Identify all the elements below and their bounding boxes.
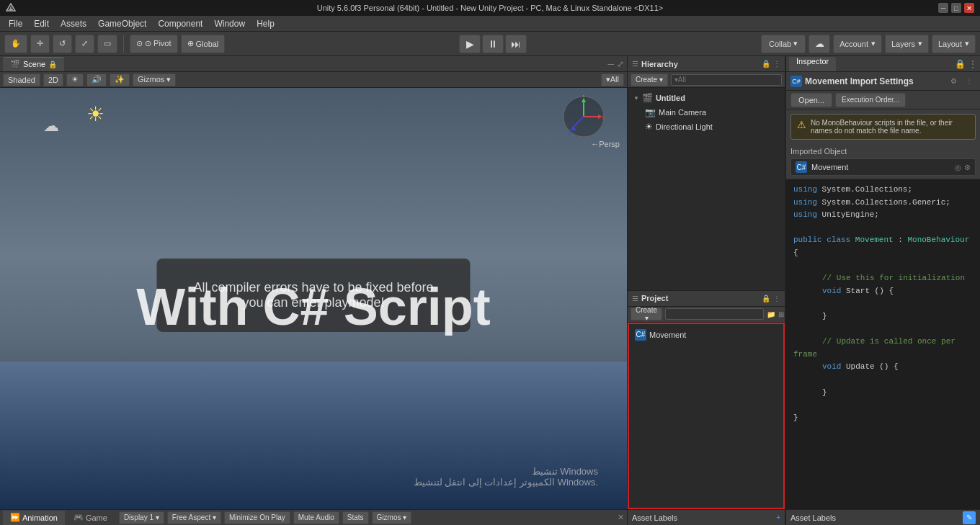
tab-scene[interactable]: 🎬 Scene 🔒	[3, 57, 64, 71]
hand-tool-button[interactable]: ✋	[4, 35, 27, 53]
menu-assets[interactable]: Assets	[55, 17, 92, 30]
minimize-button[interactable]: ─	[938, 3, 948, 13]
stats-button[interactable]: Stats	[342, 511, 369, 524]
hierarchy-header-actions: 🔒 ⋮	[762, 60, 780, 68]
hierarchy-item-main-camera[interactable]: 📷 Main Camera	[628, 105, 785, 120]
imported-object-section: Imported Object C# Movement ◎ ⚙	[786, 144, 980, 179]
inspector-import-settings-header: C# Movement Import Settings ⚙ ⋮	[786, 72, 980, 91]
hierarchy-panel: ☰ Hierarchy 🔒 ⋮ Create ▾ ▼ 🎬 Untitled	[628, 56, 785, 291]
windows-line2: .Windows الكمبيوتر إعدادات إلى انتقل لتن…	[414, 477, 598, 488]
windows-line1: Windows تنشيط	[414, 466, 598, 477]
inspector-tab-label: Inspector	[796, 57, 829, 66]
global-button[interactable]: ⊕ Global	[181, 35, 226, 53]
scene-toolbar: Shaded 2D ☀ 🔊 ✨ Gizmos ▾ ▾All	[0, 72, 627, 88]
layers-button[interactable]: Layers ▾	[885, 35, 929, 53]
asset-labels-bar: Asset Labels +	[628, 509, 785, 525]
project-menu-button[interactable]: ⋮	[773, 295, 780, 302]
menu-gameobject[interactable]: GameObject	[92, 17, 152, 30]
execution-order-button[interactable]: Execution Order...	[835, 93, 906, 107]
asset-labels-title: Asset Labels	[632, 513, 677, 522]
imported-object-settings-button[interactable]: ⚙	[964, 163, 971, 171]
scene-panel-minimize-icon[interactable]: ─	[607, 59, 614, 69]
project-folder-button[interactable]: 📁	[767, 310, 775, 318]
menu-edit[interactable]: Edit	[28, 17, 55, 30]
inspector-lock-icon[interactable]: 🔒	[955, 59, 966, 69]
cloud-icon: ☁	[815, 38, 824, 49]
scale-tool-button[interactable]: ⤢	[75, 35, 94, 53]
account-button[interactable]: Account ▾	[833, 35, 882, 53]
code-line-6	[793, 260, 973, 273]
step-button[interactable]: ⏭	[505, 35, 527, 53]
inspector-asset-labels-edit-button[interactable]: ✎	[963, 511, 976, 524]
gizmos-game-button[interactable]: Gizmos ▾	[372, 511, 412, 524]
hierarchy-lock-button[interactable]: 🔒	[762, 60, 770, 68]
project-panel-icon: ☰	[632, 295, 638, 302]
title-bar-controls: ─ □ ✕	[938, 3, 974, 13]
2d-button[interactable]: 2D	[43, 73, 63, 86]
tab-animation[interactable]: ⏩ Animation	[3, 511, 65, 525]
bottom-tabs: ⏩ Animation 🎮 Game Display 1 ▾ Free Aspe…	[0, 509, 627, 525]
project-lock-button[interactable]: 🔒	[762, 295, 770, 302]
project-grid-button[interactable]: ⊞	[778, 310, 784, 318]
asset-labels-add-button[interactable]: +	[776, 513, 780, 521]
rotate-tool-button[interactable]: ↺	[53, 35, 72, 53]
menu-component[interactable]: Component	[152, 17, 208, 30]
hierarchy-item-untitled[interactable]: ▼ 🎬 Untitled	[628, 91, 785, 105]
project-create-button[interactable]: Create ▾	[631, 308, 662, 320]
rect-tool-button[interactable]: ▭	[97, 35, 117, 53]
code-section: using System.Collections; using System.C…	[786, 179, 980, 509]
shaded-button[interactable]: Shaded	[3, 73, 40, 86]
collab-button[interactable]: Collab ▾	[761, 35, 806, 53]
scene-panel-maximize-icon[interactable]: ⤢	[617, 59, 624, 69]
imported-object-select-button[interactable]: ◎	[955, 163, 961, 171]
animation-tab-icon: ⏩	[10, 513, 20, 522]
code-line-17: }	[793, 412, 973, 425]
imported-object-actions: ◎ ⚙	[955, 163, 971, 171]
gizmos-button[interactable]: Gizmos ▾	[133, 73, 176, 86]
open-button[interactable]: Open...	[790, 93, 832, 107]
aspect-button[interactable]: Free Aspect ▾	[167, 511, 221, 524]
project-item-movement-label: Movement	[649, 331, 686, 339]
animation-tab-label: Animation	[22, 513, 58, 522]
layout-button[interactable]: Layout ▾	[932, 35, 976, 53]
hierarchy-scene-icon: 🎬	[642, 93, 653, 103]
project-content: C# Movement	[628, 323, 785, 510]
pivot-label: ⊙ Pivot	[145, 39, 172, 48]
all-dropdown-button[interactable]: ▾All	[601, 73, 624, 86]
hierarchy-create-button[interactable]: Create ▾	[631, 73, 668, 86]
fx-button[interactable]: ✨	[110, 73, 130, 86]
menu-window[interactable]: Window	[208, 17, 251, 30]
play-button[interactable]: ▶	[459, 35, 481, 53]
close-button[interactable]: ✕	[964, 3, 974, 13]
project-search-input[interactable]	[665, 308, 764, 320]
inspector-more-icon[interactable]: ⋮	[963, 76, 976, 86]
game-tab-icon: 🎮	[74, 513, 84, 522]
inspector-tab[interactable]: Inspector	[789, 57, 836, 71]
hierarchy-item-directional-light[interactable]: ☀ Directional Light	[628, 120, 785, 134]
display-button[interactable]: Display 1 ▾	[119, 511, 164, 524]
tab-game[interactable]: 🎮 Game	[66, 511, 115, 525]
bottom-panel-close-icon[interactable]: ✕	[618, 513, 624, 522]
execution-order-label: Execution Order...	[842, 96, 899, 104]
move-tool-button[interactable]: ✛	[30, 35, 50, 53]
hierarchy-create-label: Create ▾	[636, 76, 663, 84]
inspector-import-settings-title: Movement Import Settings	[805, 76, 914, 86]
mute-button[interactable]: Mute Audio	[293, 511, 339, 524]
menu-file[interactable]: File	[3, 17, 28, 30]
sun-icon: ☀	[86, 102, 104, 126]
inspector-menu-icon[interactable]: ⋮	[968, 59, 977, 69]
inspector-script-icon: C#	[790, 76, 802, 87]
pause-button[interactable]: ⏸	[482, 35, 504, 53]
minimize-on-play-button[interactable]: Minimize On Play	[224, 511, 290, 524]
inspector-settings-icon[interactable]: ⚙	[948, 76, 960, 86]
hierarchy-menu-button[interactable]: ⋮	[773, 60, 780, 68]
project-item-movement[interactable]: C# Movement	[632, 327, 780, 343]
menu-help[interactable]: Help	[251, 17, 280, 30]
pivot-button[interactable]: ⊙ ⊙ Pivot	[130, 35, 178, 53]
maximize-button[interactable]: □	[951, 3, 961, 13]
axis-gizmo: Y X Z	[562, 95, 605, 138]
audio-button[interactable]: 🔊	[86, 73, 107, 86]
cloud-button[interactable]: ☁	[808, 35, 830, 53]
hierarchy-search-input[interactable]	[671, 74, 782, 86]
lighting-button[interactable]: ☀	[66, 73, 84, 86]
